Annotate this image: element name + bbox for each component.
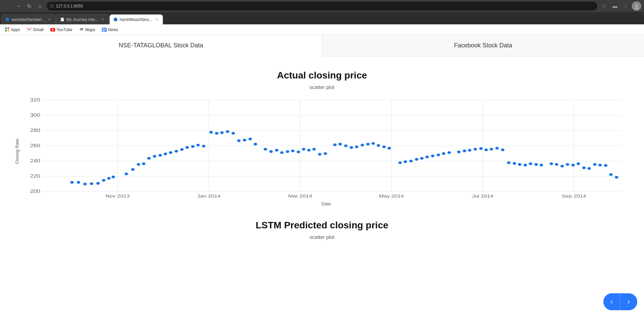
bookmark-news-label: News: [108, 27, 118, 32]
svg-point-115: [555, 163, 558, 166]
svg-point-100: [468, 149, 471, 152]
tab-label-myjourney: My Journey into...: [66, 17, 98, 22]
bookmark-gmail-label: Gmail: [33, 27, 43, 32]
bookmark-star-button[interactable]: ☆: [599, 1, 609, 11]
svg-rect-3: [7, 27, 9, 29]
svg-point-96: [442, 152, 445, 155]
next-arrow-button[interactable]: ›: [620, 293, 637, 310]
svg-text:220: 220: [30, 173, 40, 179]
tab-close-harshtikuu[interactable]: ✕: [154, 17, 159, 22]
scatter-plot-svg: 320 300 280 260 240 220 200: [22, 97, 630, 198]
svg-text:200: 200: [30, 188, 40, 194]
menu-button[interactable]: ⋮: [621, 1, 630, 11]
news-favicon: [102, 27, 107, 32]
svg-point-52: [185, 146, 189, 149]
svg-point-124: [604, 164, 607, 167]
svg-rect-11: [103, 30, 105, 30]
svg-point-84: [372, 142, 375, 145]
tab-label-awslabs: awslabs/handwri...: [12, 17, 45, 22]
lstm-section: LSTM Predicted closing price scatter plo…: [14, 220, 630, 240]
svg-point-53: [191, 145, 195, 148]
address-bar[interactable]: ⓘ 127.0.0.1:8050: [47, 2, 597, 10]
bookmark-news[interactable]: News: [100, 26, 120, 33]
svg-point-94: [431, 155, 435, 157]
gmail-favicon: [27, 27, 31, 32]
svg-point-103: [484, 149, 488, 151]
bookmark-youtube[interactable]: YouTube: [48, 26, 74, 33]
tabs-bar: 🔵 awslabs/handwri... ✕ 📄 My Journey into…: [0, 12, 644, 24]
svg-point-80: [350, 146, 353, 149]
svg-point-126: [615, 176, 618, 179]
svg-point-57: [215, 132, 218, 135]
prev-arrow-button[interactable]: ‹: [603, 293, 620, 310]
svg-point-105: [495, 147, 499, 150]
section2-title: LSTM Predicted closing price: [14, 220, 630, 231]
svg-point-67: [275, 149, 278, 152]
tab-label-harshtikuu: harshtikuu/Abno...: [119, 17, 152, 22]
svg-point-36: [90, 182, 93, 185]
svg-point-111: [529, 162, 532, 165]
bookmark-maps[interactable]: 🗺 Maps: [77, 26, 97, 33]
svg-point-55: [202, 145, 205, 148]
svg-point-59: [226, 130, 229, 133]
profile-avatar[interactable]: [632, 1, 641, 11]
chart-area-1: 320 300 280 260 240 220 200: [22, 97, 630, 206]
nav-item-nse[interactable]: NSE-TATAGLOBAL Stock Data: [0, 35, 322, 56]
svg-point-93: [425, 156, 429, 158]
svg-point-44: [142, 162, 145, 165]
svg-point-81: [355, 145, 358, 148]
svg-point-39: [107, 177, 111, 180]
svg-point-122: [593, 163, 597, 166]
svg-point-51: [180, 148, 183, 151]
tab-close-awslabs[interactable]: ✕: [47, 17, 52, 22]
svg-point-75: [318, 153, 321, 156]
svg-point-45: [147, 157, 151, 160]
forward-button[interactable]: →: [14, 1, 23, 11]
tab-harshtikuu[interactable]: 🔵 harshtikuu/Abno... ✕: [109, 14, 163, 24]
svg-point-74: [312, 148, 316, 151]
svg-point-41: [125, 173, 128, 175]
browser-actions: ☆ ▬ ⋮: [599, 1, 641, 11]
home-button[interactable]: ⌂: [35, 1, 45, 11]
svg-point-83: [366, 143, 370, 145]
svg-point-60: [231, 132, 235, 135]
section1-title: Actual closing price: [14, 70, 630, 81]
extensions-button[interactable]: ▬: [610, 1, 620, 11]
tab-favicon-myjourney: 📄: [60, 17, 65, 22]
svg-point-89: [404, 160, 407, 163]
svg-point-40: [112, 176, 115, 178]
back-button[interactable]: ←: [3, 1, 12, 11]
main-content: Actual closing price scatter plot Closin…: [0, 56, 644, 253]
svg-point-117: [566, 163, 569, 166]
bookmark-apps[interactable]: Apps: [3, 26, 22, 33]
nav-arrows: ‹ ›: [603, 293, 637, 310]
svg-point-95: [437, 154, 440, 156]
nav-buttons: ← → ↻ ⌂: [3, 1, 45, 11]
svg-point-62: [243, 139, 246, 141]
tab-myjourney[interactable]: 📄 My Journey into... ✕: [56, 14, 109, 24]
svg-point-123: [598, 164, 602, 166]
chart-container-1: Closing Rate: [14, 97, 630, 206]
bookmark-youtube-label: YouTube: [57, 27, 72, 32]
svg-point-116: [560, 165, 564, 167]
tab-awslabs[interactable]: 🔵 awslabs/handwri... ✕: [1, 14, 56, 24]
reload-button[interactable]: ↻: [24, 1, 34, 11]
bookmark-gmail[interactable]: Gmail: [25, 26, 45, 33]
svg-text:Sep 2014: Sep 2014: [562, 194, 586, 198]
svg-point-49: [169, 151, 172, 154]
svg-text:Mar 2014: Mar 2014: [288, 194, 312, 198]
svg-point-87: [387, 147, 391, 150]
section2-subtitle: scatter plot: [14, 234, 630, 240]
x-axis-label-1: Date: [22, 201, 630, 206]
svg-point-35: [83, 183, 87, 185]
svg-text:Jul 2014: Jul 2014: [472, 194, 493, 198]
svg-point-38: [102, 179, 105, 182]
nav-item-facebook-label: Facebook Stock Data: [454, 42, 512, 49]
svg-rect-2: [5, 27, 7, 29]
svg-point-107: [507, 161, 510, 164]
tab-close-myjourney[interactable]: ✕: [100, 17, 105, 22]
svg-point-90: [409, 160, 413, 162]
svg-rect-10: [103, 29, 106, 29]
nav-item-facebook[interactable]: Facebook Stock Data: [322, 35, 644, 56]
svg-point-118: [571, 164, 575, 166]
